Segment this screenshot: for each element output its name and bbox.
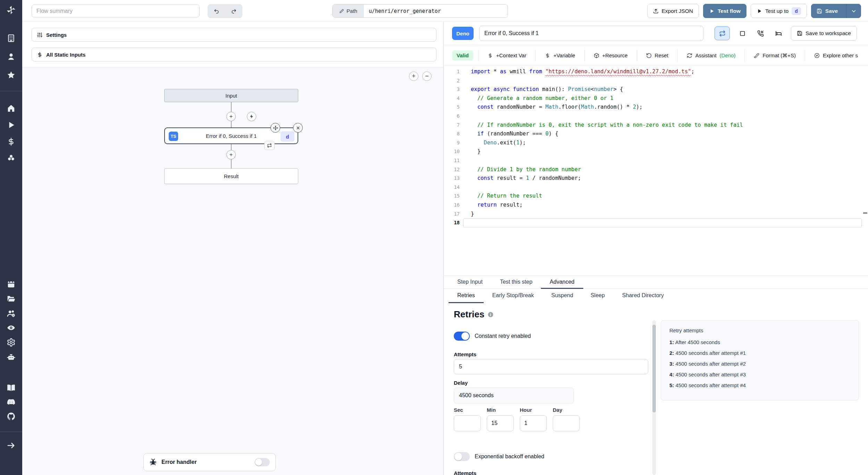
repeat-icon (267, 143, 272, 148)
retry-sec-label: Sec (454, 407, 481, 413)
tab-step-input[interactable]: Step Input (449, 276, 491, 289)
path-value[interactable]: u/henri/error_generator (364, 5, 508, 17)
save-dropdown-button[interactable] (846, 4, 861, 18)
save-to-workspace-button[interactable]: Save to workspace (791, 26, 857, 41)
sidebar-discord-icon[interactable] (7, 398, 16, 407)
save-button[interactable]: Save (811, 4, 861, 18)
brush-icon (754, 53, 759, 58)
sidebar-home-icon[interactable] (7, 104, 16, 113)
test-flow-label: Test flow (718, 8, 741, 14)
flow-canvas[interactable]: + − Input TS Error if 0, Success if 1 d … (22, 67, 443, 475)
move-step-button[interactable] (270, 123, 280, 133)
retries-toggle-button[interactable] (715, 26, 730, 40)
sidebar-gear-icon[interactable] (7, 338, 16, 347)
retry-day-input[interactable] (553, 415, 580, 431)
test-up-to-button[interactable]: Test up to d (751, 4, 807, 18)
save-label: Save (825, 8, 838, 14)
sidebar-expand-button[interactable] (7, 441, 16, 450)
flow-editor-panel: Settings All Static Inputs + − Input TS … (22, 22, 444, 475)
flow-node-result[interactable]: Result (164, 168, 298, 184)
sidebar-users-cog-icon[interactable] (7, 309, 16, 318)
undo-button[interactable] (208, 4, 225, 18)
test-flow-button[interactable]: Test flow (703, 4, 746, 18)
exponential-backoff-toggle[interactable] (454, 452, 470, 461)
step-retry-indicator[interactable] (264, 141, 275, 150)
sidebar-boxes-icon[interactable] (7, 154, 16, 163)
info-icon[interactable] (487, 311, 494, 318)
sidebar-eye-icon[interactable] (7, 323, 16, 332)
trigger-step-button[interactable] (247, 112, 256, 121)
square-icon (739, 30, 746, 37)
sidebar-dollar-icon[interactable] (7, 137, 16, 146)
flow-node-input[interactable]: Input (164, 89, 298, 102)
dollar-icon (545, 53, 550, 58)
compass-icon (814, 53, 820, 58)
code-editor[interactable]: 123456789101112131415161718 import * as … (444, 66, 868, 275)
insert-step-button[interactable] (226, 112, 236, 121)
step-editor-panel: Deno Save to workspace Valid +Context Va… (444, 22, 868, 475)
toolbar-explore-other-s[interactable]: Explore other s (805, 50, 867, 61)
windmill-logo-icon[interactable] (6, 5, 16, 15)
sidebar-building-icon[interactable] (7, 34, 16, 43)
typescript-badge: TS (169, 132, 178, 141)
tab-early-stop-break[interactable]: Early Stop/Break (484, 289, 543, 303)
constant-retry-label: Constant retry enabled (475, 333, 531, 339)
sidebar-group-tools (0, 280, 22, 361)
sidebar-book-icon[interactable] (7, 383, 16, 392)
retry-min-input[interactable] (487, 415, 514, 431)
sidebar-calendar-icon[interactable] (7, 280, 16, 289)
chevron-down-icon (851, 8, 857, 14)
retries-scrollbar[interactable] (652, 320, 656, 475)
toolbar--context-var[interactable]: +Context Var (478, 50, 535, 61)
tab-advanced[interactable]: Advanced (541, 276, 583, 289)
sidebar-divider (0, 91, 22, 91)
early-stop-button[interactable] (735, 26, 750, 40)
code-content[interactable]: import * as wmill from "https://deno.lan… (471, 67, 862, 227)
zoom-out-button[interactable]: − (422, 72, 432, 81)
path-label-text: Path (347, 8, 357, 14)
suspend-button[interactable] (753, 26, 768, 40)
path-field[interactable]: Path u/henri/error_generator (332, 4, 508, 18)
insert-step-button[interactable] (226, 150, 236, 159)
tab-suspend[interactable]: Suspend (543, 289, 582, 303)
error-handler-toggle[interactable] (254, 458, 270, 466)
sidebar-user-icon[interactable] (7, 52, 16, 61)
redo-button[interactable] (225, 4, 242, 18)
retry-hour-input[interactable] (520, 415, 547, 431)
settings-label: Settings (46, 32, 67, 38)
tab-shared-directory[interactable]: Shared Directory (614, 289, 673, 303)
attempts-input[interactable] (454, 359, 648, 374)
tab-retries[interactable]: Retries (449, 289, 484, 303)
flow-settings-row[interactable]: Settings (32, 28, 436, 42)
sidebar-folder-open-icon[interactable] (7, 294, 16, 303)
delete-step-button[interactable] (293, 123, 303, 133)
toolbar-format-s-[interactable]: Format (⌘+S) (744, 50, 804, 61)
sidebar-bot-icon[interactable] (7, 352, 16, 361)
retry-sec-input[interactable] (454, 415, 481, 431)
export-json-button[interactable]: Export JSON (647, 4, 699, 18)
redo-icon (231, 8, 237, 14)
step-summary-input[interactable] (479, 26, 703, 41)
toolbar--variable[interactable]: +Variable (535, 50, 584, 61)
toolbar--resource[interactable]: +Resource (584, 50, 637, 61)
sidebar-play-icon[interactable] (7, 120, 16, 130)
flow-summary-input[interactable] (32, 5, 200, 17)
tab-test-this-step[interactable]: Test this step (491, 276, 541, 289)
zoom-in-button[interactable]: + (409, 72, 418, 81)
toolbar-reset[interactable]: Reset (637, 50, 677, 61)
path-label: Path (333, 5, 364, 17)
exponential-backoff-label: Exponential backoff enabled (475, 453, 544, 460)
topbar: Path u/henri/error_generator Export JSON… (22, 0, 868, 22)
sidebar-github-icon[interactable] (7, 412, 16, 421)
constant-retry-toggle[interactable] (454, 332, 470, 341)
delay-label: Delay (454, 380, 468, 386)
delay-input[interactable] (454, 388, 574, 403)
flow-static-inputs-row[interactable]: All Static Inputs (32, 48, 436, 61)
error-handler-row[interactable]: Error handler (143, 453, 276, 471)
sidebar-star-icon[interactable] (7, 70, 16, 80)
sleep-button[interactable] (771, 26, 786, 40)
toolbar-assistant[interactable]: Assistant (Deno) (677, 50, 745, 61)
plus-icon (229, 114, 233, 119)
step-editor-header: Deno Save to workspace (444, 22, 868, 45)
tab-sleep[interactable]: Sleep (582, 289, 614, 303)
